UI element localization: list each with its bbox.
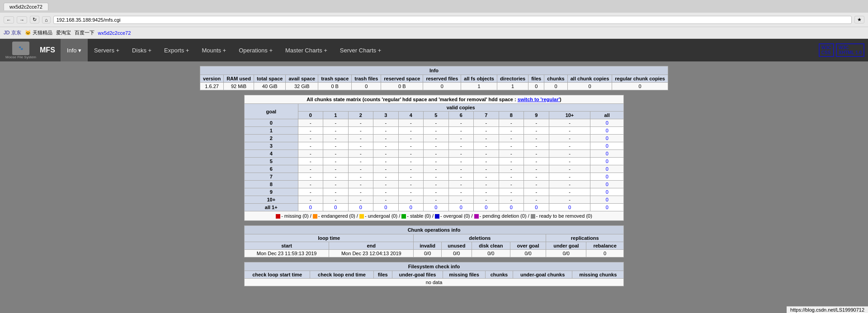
chunk-cell-3-3: - [373,142,399,150]
chunk-cell-0-8: - [499,119,524,127]
chunks-row-2: 2-----------0 [245,135,624,142]
chunks-row-9: 9-----------0 [245,188,624,196]
info-header-version: version [200,75,224,83]
chunk-cell-9-3: - [373,188,399,196]
chunk-cell-11-8: 0 [499,204,524,211]
chunk-cell-11-11: 0 [590,204,624,211]
legend-text-0: - missing (0) [281,213,309,219]
info-cell-9: 1 [497,83,528,90]
w3c-css-badge: W3CCSS [819,43,834,57]
chunk-cell-4-4: - [398,150,424,158]
bookmark-tianmao[interactable]: 🐱 天猫精品 [25,29,52,36]
bookmarks-bar: JD 京东 🐱 天猫精品 爱淘宝 百度一下 wx5d2c2cce72 [0,27,868,39]
chunk-cell-9-9: - [524,188,549,196]
chunk-cell-4-11: 0 [590,150,624,158]
bookmark-aitaobao[interactable]: 爱淘宝 [56,29,71,36]
nav-item-exports[interactable]: Exports + [158,39,195,61]
chunk-cell-4-7: - [474,150,499,158]
nav-item-servers[interactable]: Servers + [88,39,126,61]
legend-box-4 [435,214,439,219]
chunk-cell-6-2: - [348,165,373,173]
back-button[interactable]: ← [4,16,14,23]
forward-button[interactable]: → [17,16,27,23]
refresh-button[interactable]: ↻ [30,16,39,23]
chunk-cell-8-6: - [448,181,474,188]
chunks-row-0: 0-----------0 [245,119,624,127]
unused-header: unused [441,242,472,250]
legend-text-3: - stable (0) [407,213,431,219]
bookmark-jd[interactable]: JD 京东 [4,29,21,36]
chunk-cell-6-3: - [373,165,399,173]
legend-box-1 [313,214,317,219]
chunk-cell-5-11: 0 [590,158,624,165]
nav-item-mounts[interactable]: Mounts + [195,39,232,61]
chunk-cell-1-10: - [549,127,590,135]
nav-item-server-charts[interactable]: Server Charts + [334,39,387,61]
info-header-files: files [528,75,544,83]
chunk-cell-6-0: - [298,165,323,173]
address-bar[interactable] [53,16,852,24]
chunk-cell-1-11: 0 [590,127,624,135]
home-button[interactable]: ⌂ [42,16,51,23]
nav-item-info[interactable]: Info ▾ [61,39,88,61]
chunks-row-3: 3-----------0 [245,142,624,150]
chunk-cell-7-10: - [549,173,590,181]
legend-box-2 [359,214,364,219]
switch-link[interactable]: switch to 'regular' [518,97,560,102]
fs-header-missing-chunks: missing chunks [572,271,624,279]
info-header-avail-space: avail space [286,75,318,83]
bookmark-wx[interactable]: wx5d2c2cce72 [98,30,131,36]
fs-header-check-loop-end-time: check loop end time [310,271,373,279]
chunk-cell-8-7: - [474,181,499,188]
chunk-cell-4-8: - [499,150,524,158]
nav-items: Info ▾ Servers + Disks + Exports + Mount… [61,39,387,61]
nav-item-operations[interactable]: Operations + [232,39,279,61]
chunk-cell-11-7: 0 [474,204,499,211]
nav-item-master-charts[interactable]: Master Charts + [279,39,334,61]
chunk-cell-9-4: - [398,188,424,196]
info-header-trash-space: trash space [318,75,352,83]
chunks-row-1: 1-----------0 [245,127,624,135]
legend-box-3 [401,214,406,219]
chunk-cell-2-11: 0 [590,135,624,142]
info-cell-0: 1.6.27 [200,83,224,90]
browser-chrome: wx5d2c2cce72 ← → ↻ ⌂ ★ JD 京东 🐱 天猫精品 爱淘宝 … [0,0,868,39]
chunk-cell-2-2: - [348,135,373,142]
bookmark-baidu[interactable]: 百度一下 [75,29,94,36]
goal-label-9: 9 [245,188,298,196]
info-header-RAM-used: RAM used [224,75,254,83]
chunk-cell-0-4: - [398,119,424,127]
over-goal-val: 0/0 [510,250,546,257]
chunk-cell-1-7: - [474,127,499,135]
chunk-cell-4-9: - [524,150,549,158]
goal-label-5: 5 [245,158,298,165]
chunk-cell-2-5: - [424,135,449,142]
chunk-cell-7-0: - [298,173,323,181]
goal-label-4: 4 [245,150,298,158]
fs-check-wrapper: Filesystem check info check loop start t… [5,262,863,286]
star-button[interactable]: ★ [854,16,864,23]
chunk-cell-10-9: - [524,196,549,204]
chunks-row-all 1+: all 1+000000000000 [245,204,624,211]
goal-label-10+: 10+ [245,196,298,204]
info-cell-2: 40 GiB [254,83,285,90]
legend-text-6: - ready to be removed (0) [536,213,592,219]
chunk-cell-1-8: - [499,127,524,135]
legend-sep-5: / [527,213,531,219]
chunks-wrapper: All chunks state matrix (counts 'regular… [5,95,863,221]
info-header-reserved-space: reserved space [381,75,423,83]
fs-header-under-goal-chunks: under-goal chunks [513,271,572,279]
legend-text-4: - overgoal (0) [440,213,470,219]
chunk-cell-5-6: - [448,158,474,165]
nav-item-disks[interactable]: Disks + [126,39,158,61]
chunk-cell-8-2: - [348,181,373,188]
col-header-4: 4 [398,112,424,119]
chunks-col-headers: 012345678910+all [245,112,624,119]
start-val: Mon Dec 23 11:59:13 2019 [245,250,329,257]
col-header-7: 7 [474,112,499,119]
chunk-cell-0-1: - [323,119,349,127]
chunk-cell-10-0: - [298,196,323,204]
browser-tab[interactable]: wx5d2c2cce72 [4,3,48,10]
chunk-cell-6-6: - [448,165,474,173]
col-header-all: all [590,112,624,119]
